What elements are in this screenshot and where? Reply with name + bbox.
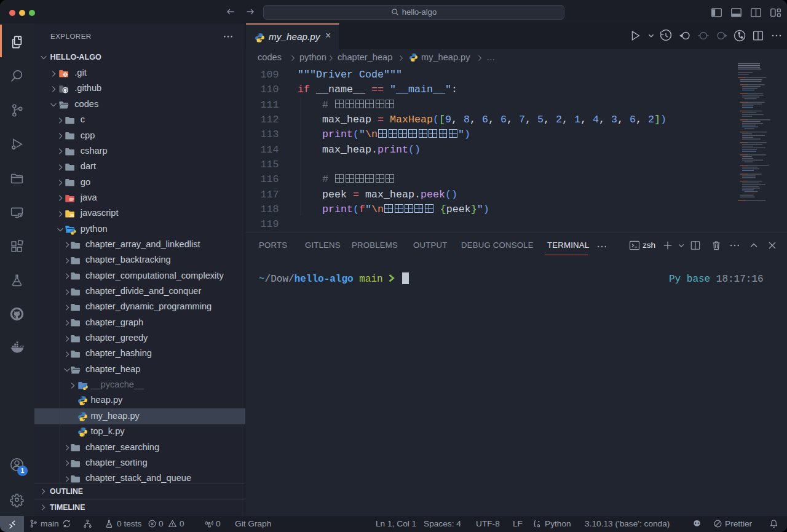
svg-text:JS: JS <box>69 213 74 218</box>
